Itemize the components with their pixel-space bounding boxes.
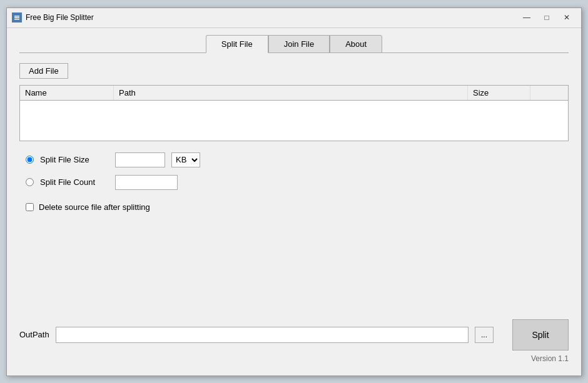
version-text: Version 1.1	[19, 351, 569, 363]
minimize-button[interactable]: —	[517, 11, 536, 24]
main-window: Free Big File Splitter — □ ✕ Split File …	[6, 7, 582, 376]
maximize-button[interactable]: □	[537, 11, 556, 24]
close-button[interactable]: ✕	[557, 11, 576, 24]
bottom-section: OutPath ... Split	[19, 319, 569, 351]
delete-source-checkbox[interactable]	[26, 203, 34, 211]
add-file-button[interactable]: Add File	[19, 63, 68, 79]
title-bar: Free Big File Splitter — □ ✕	[7, 8, 581, 28]
column-name: Name	[20, 86, 114, 100]
split-count-input[interactable]	[115, 175, 178, 190]
split-size-label[interactable]: Split File Size	[40, 155, 109, 164]
tab-about[interactable]: About	[330, 35, 382, 53]
window-controls: — □ ✕	[517, 11, 576, 24]
size-unit-select[interactable]: KB MB GB	[171, 152, 200, 167]
split-size-input[interactable]	[115, 152, 165, 167]
split-count-radio[interactable]	[26, 178, 34, 186]
svg-rect-1	[14, 16, 19, 17]
tabs-container: Split File Join File About	[19, 34, 569, 52]
file-table: Name Path Size	[19, 85, 569, 141]
app-icon	[12, 12, 22, 22]
column-path: Path	[114, 86, 468, 100]
outpath-label: OutPath	[19, 330, 49, 339]
browse-button[interactable]: ...	[475, 327, 494, 343]
outpath-input[interactable]	[56, 327, 469, 343]
delete-source-row: Delete source file after splitting	[19, 202, 569, 212]
tabs: Split File Join File About	[206, 34, 382, 52]
split-button[interactable]: Split	[512, 319, 569, 351]
delete-source-label[interactable]: Delete source file after splitting	[39, 202, 150, 212]
split-size-row: Split File Size KB MB GB	[26, 152, 569, 167]
tab-split-file[interactable]: Split File	[206, 35, 268, 53]
file-table-header: Name Path Size	[20, 86, 568, 101]
content-area: Split File Join File About Add File Name…	[7, 28, 581, 376]
split-count-row: Split File Count	[26, 175, 569, 190]
split-count-label[interactable]: Split File Count	[40, 177, 109, 187]
window-title: Free Big File Splitter	[26, 13, 517, 22]
split-size-radio[interactable]	[26, 156, 34, 164]
column-extra	[530, 86, 568, 100]
column-size: Size	[468, 86, 530, 100]
tab-join-file[interactable]: Join File	[268, 35, 330, 53]
options-section: Split File Size KB MB GB Split File Coun…	[19, 152, 569, 190]
svg-rect-2	[14, 17, 19, 19]
svg-rect-3	[14, 19, 19, 20]
